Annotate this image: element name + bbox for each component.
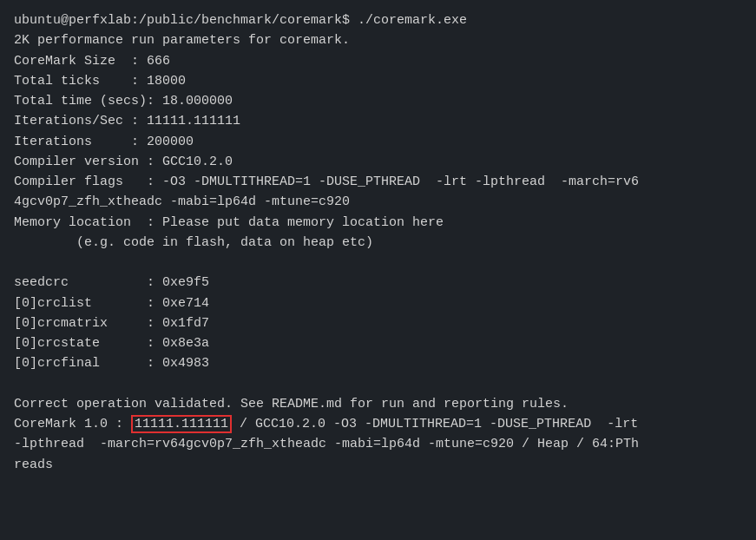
- terminal-line-perf-header: 2K performance run parameters for corema…: [14, 30, 742, 50]
- coremark-result-pre: CoreMark 1.0 :: [14, 417, 131, 431]
- coremark-score-highlighted: 11111.111111: [131, 415, 232, 433]
- terminal-window: ubuntu@perfxlab:/public/benchmark/corema…: [14, 10, 742, 475]
- terminal-line-coremark-size: CoreMark Size : 666: [14, 51, 742, 71]
- terminal-line-crcmatrix: [0]crcmatrix : 0x1fd7: [14, 313, 742, 333]
- terminal-line-total-time: Total time (secs): 18.000000: [14, 91, 742, 111]
- terminal-line-spacer2: [14, 374, 742, 394]
- terminal-line-seedcrc: seedcrc : 0xe9f5: [14, 273, 742, 293]
- terminal-line-reads: reads: [14, 455, 742, 475]
- terminal-line-crcstate: [0]crcstate : 0x8e3a: [14, 333, 742, 353]
- terminal-line-iter-sec: Iterations/Sec : 11111.111111: [14, 111, 742, 131]
- terminal-line-coremark-result: CoreMark 1.0 : 11111.111111 / GCC10.2.0 …: [14, 414, 742, 434]
- terminal-line-correct-op: Correct operation validated. See README.…: [14, 394, 742, 414]
- terminal-line-crclist: [0]crclist : 0xe714: [14, 293, 742, 313]
- terminal-line-compiler-version: Compiler version : GCC10.2.0: [14, 152, 742, 172]
- terminal-line-iterations: Iterations : 200000: [14, 132, 742, 152]
- terminal-line-cmd: ubuntu@perfxlab:/public/benchmark/corema…: [14, 10, 742, 30]
- terminal-line-memory-location2: (e.g. code in flash, data on heap etc): [14, 233, 742, 253]
- terminal-line-compiler-flags: Compiler flags : -O3 -DMULTITHREAD=1 -DU…: [14, 172, 742, 192]
- terminal-line-total-ticks: Total ticks : 18000: [14, 71, 742, 91]
- terminal-line-spacer1: [14, 253, 742, 273]
- terminal-line-crcfinal: [0]crcfinal : 0x4983: [14, 353, 742, 373]
- terminal-line-coremark-result-line2: -lpthread -march=rv64gcv0p7_zfh_xtheadc …: [14, 434, 742, 454]
- coremark-result-post: / GCC10.2.0 -O3 -DMULTITHREAD=1 -DUSE_PT…: [232, 417, 638, 431]
- terminal-line-memory-location: Memory location : Please put data memory…: [14, 213, 742, 233]
- terminal-line-compiler-flags2: 4gcv0p7_zfh_xtheadc -mabi=lp64d -mtune=c…: [14, 192, 742, 212]
